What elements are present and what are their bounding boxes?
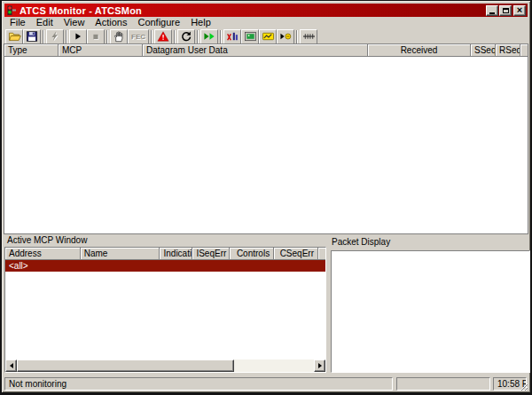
fec-label: FEC (131, 33, 145, 41)
resize-grip[interactable] (517, 380, 528, 391)
toolbar-separator (66, 30, 67, 43)
export-button[interactable] (223, 29, 241, 44)
datagram-list-body[interactable] (4, 57, 528, 233)
mcp-panel-title: Active MCP Window (7, 235, 87, 245)
column-header-sseq[interactable]: SSeq (471, 44, 496, 57)
column-header-stub (520, 44, 528, 57)
close-button[interactable]: × (513, 5, 526, 16)
lightning-icon (49, 30, 61, 43)
window-title: ATCS Monitor - ATCSMon (20, 5, 485, 16)
minimize-icon (489, 12, 495, 14)
status-middle (396, 377, 490, 391)
alarm-button[interactable] (154, 29, 172, 44)
save-icon (26, 30, 38, 43)
datagram-list: Type MCP Datagram User Data Received SSe… (4, 43, 528, 234)
menu-edit[interactable]: Edit (31, 17, 59, 28)
signal-icon (262, 30, 275, 43)
toolbar-separator (106, 30, 108, 43)
packet-panel-title: Packet Display (332, 237, 390, 247)
column-header-name[interactable]: Name (81, 248, 160, 260)
column-header-type[interactable]: Type (4, 44, 59, 57)
connect-button[interactable] (46, 29, 64, 44)
app-icon (6, 5, 17, 16)
column-header-rseq[interactable]: RSeq (496, 44, 520, 57)
fast-forward-button[interactable] (200, 29, 218, 44)
mcp-selected-row[interactable]: <all> (5, 260, 325, 272)
window-controls: × (485, 5, 526, 16)
mcp-list: Address Name Indicatio... ISeqErr Contro… (4, 247, 326, 373)
column-header-controls[interactable]: Controls (230, 248, 274, 260)
titlebar[interactable]: ATCS Monitor - ATCSMon × (4, 4, 528, 17)
column-header-stub (318, 248, 325, 260)
menu-view[interactable]: View (59, 17, 90, 28)
packet-display[interactable] (331, 250, 530, 373)
app-window: ATCS Monitor - ATCSMon × File Edit View … (2, 1, 530, 392)
export-icon (226, 30, 239, 43)
minimize-button[interactable] (486, 5, 498, 16)
warning-triangle-icon (157, 30, 169, 43)
datagram-list-header: Type MCP Datagram User Data Received SSe… (4, 44, 528, 57)
arrow-right-icon (318, 363, 325, 368)
toolbar-separator (151, 30, 153, 43)
stop-icon (90, 30, 102, 43)
column-header-cseqerr[interactable]: CSeqErr (274, 248, 318, 260)
start-monitoring-button[interactable] (69, 29, 87, 44)
track-icon (302, 30, 316, 43)
track-button[interactable] (300, 29, 317, 44)
scrollbar-thumb[interactable] (17, 359, 234, 372)
scroll-right-button[interactable] (314, 359, 325, 372)
stop-monitoring-button[interactable] (87, 29, 105, 44)
play-to-button[interactable] (277, 29, 294, 44)
column-header-datagram-user-data[interactable]: Datagram User Data (143, 44, 368, 57)
play-to-signal-icon (279, 30, 293, 43)
fec-button[interactable]: FEC (128, 29, 149, 44)
toolbar-separator (43, 30, 44, 43)
column-header-indications[interactable]: Indicatio... (160, 248, 192, 260)
column-header-mcp[interactable]: MCP (59, 44, 143, 57)
screenshot-frame: ATCS Monitor - ATCSMon × File Edit View … (0, 0, 532, 395)
arrow-left-icon (7, 363, 13, 368)
open-folder-icon (8, 30, 21, 43)
status-message: Not monitoring (4, 377, 393, 391)
menu-configure[interactable]: Configure (132, 17, 185, 28)
play-icon (72, 30, 84, 43)
toolbar-separator (197, 30, 199, 43)
image-icon (244, 30, 257, 43)
maximize-icon (503, 8, 509, 13)
close-icon: × (517, 6, 522, 14)
mcp-list-header: Address Name Indicatio... ISeqErr Contro… (5, 248, 325, 260)
column-header-received[interactable]: Received (368, 44, 471, 57)
refresh-icon (180, 30, 192, 43)
column-header-address[interactable]: Address (5, 248, 81, 260)
signal-button[interactable] (259, 29, 277, 44)
fast-forward-icon (203, 30, 216, 43)
refresh-button[interactable] (177, 29, 195, 44)
save-button[interactable] (23, 29, 41, 44)
toolbar: FEC (4, 28, 528, 44)
toolbar-separator (296, 30, 298, 43)
pause-button[interactable] (110, 29, 128, 44)
menubar: File Edit View Actions Configure Help (4, 17, 528, 28)
menu-actions[interactable]: Actions (90, 17, 132, 28)
mcp-horizontal-scrollbar[interactable] (5, 359, 325, 372)
column-header-iseqerr[interactable]: ISeqErr (192, 248, 230, 260)
scroll-left-button[interactable] (5, 359, 17, 372)
menu-file[interactable]: File (4, 17, 31, 28)
menu-help[interactable]: Help (185, 17, 216, 28)
open-button[interactable] (5, 29, 23, 44)
maximize-button[interactable] (499, 5, 512, 16)
hand-icon (113, 30, 125, 43)
toolbar-separator (174, 30, 176, 43)
statusbar: Not monitoring 10:58 PM (4, 376, 528, 391)
toolbar-separator (220, 30, 222, 43)
display-button[interactable] (241, 29, 259, 44)
